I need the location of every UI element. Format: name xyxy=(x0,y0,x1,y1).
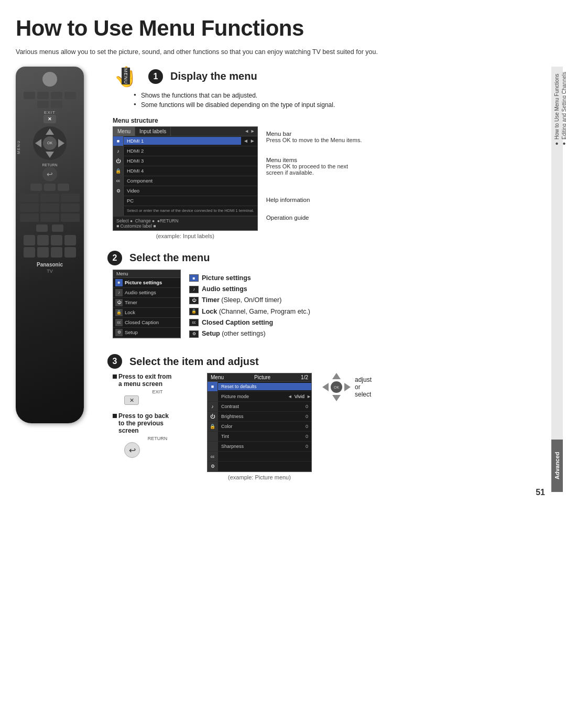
audio-icon: ♪ xyxy=(115,289,123,296)
hdmi3-row: ⏻ HDMI 3 xyxy=(113,156,257,166)
exit-key-btn[interactable]: ✕ xyxy=(124,395,139,405)
remote-btn-6[interactable] xyxy=(51,101,62,108)
mini-dpad-right[interactable] xyxy=(344,383,351,391)
picture-icon-row1: ■ xyxy=(113,136,124,146)
picture-menu-header-left: Menu xyxy=(211,374,224,380)
page-number: 51 xyxy=(536,488,545,497)
square-bullet-2 xyxy=(113,414,117,418)
adjust-labels: adjust or select xyxy=(355,376,372,398)
return-key-area: RETURN ↩ xyxy=(118,436,197,458)
step2-menu-box: Menu ■ Picture settings ♪ Audio settings… xyxy=(113,270,181,340)
picture-menu-header-center: Picture xyxy=(254,374,270,380)
ok-button[interactable]: OK xyxy=(43,136,57,150)
picture-mode-arrow-left: ◄ xyxy=(288,394,292,399)
step2-title: Select the menu xyxy=(129,252,210,264)
remote-extra-btn-1[interactable] xyxy=(36,224,48,232)
remote-btn-1[interactable] xyxy=(24,92,35,99)
remote-mid-btn-1[interactable] xyxy=(30,184,42,191)
remote-btn-2[interactable] xyxy=(37,92,49,99)
remote-num-6[interactable] xyxy=(61,204,80,212)
remote-tall-1[interactable] xyxy=(24,235,35,245)
dpad-left[interactable] xyxy=(35,139,41,147)
remote-mid-btn-3[interactable] xyxy=(58,184,69,191)
remote-tall-6[interactable] xyxy=(37,247,49,258)
menu-list-header: Menu xyxy=(113,270,180,278)
remote-num-5[interactable] xyxy=(40,204,59,212)
exit-key-area: EXIT ✕ xyxy=(118,389,197,405)
color-row: 🔒 Color 0 xyxy=(208,422,311,432)
mini-dpad-up[interactable] xyxy=(332,373,341,379)
setup-icon-row6: ⚙ xyxy=(113,186,124,196)
remote-tall-4[interactable] xyxy=(64,235,76,245)
return-key-btn[interactable]: ↩ xyxy=(124,442,140,458)
lock-icon: 🔒 xyxy=(115,309,123,316)
brand-logo: Panasonic xyxy=(20,262,80,267)
menu-structure-label: Menu structure xyxy=(113,117,545,124)
remote-num-1[interactable] xyxy=(20,194,39,202)
dpad-up[interactable] xyxy=(46,129,54,135)
menu-item-desc-4: 🔒 Lock (Channel, Game, Program etc.) xyxy=(189,306,310,317)
menu-list-item-2: ♪ Audio settings xyxy=(113,288,180,298)
lock-icon-row4: 🔒 xyxy=(113,166,124,176)
tint-label: Tint xyxy=(218,433,302,440)
dpad-right[interactable] xyxy=(58,139,64,147)
remote-num-9[interactable] xyxy=(61,213,80,222)
operation-guide-text: Operation guide xyxy=(266,215,362,221)
setup-icon: ⚙ xyxy=(115,329,123,336)
mini-dpad-down[interactable] xyxy=(332,395,341,401)
remote-num-8[interactable] xyxy=(40,213,59,222)
cc-icon: cc xyxy=(115,319,123,326)
audio-icon-row2: ♪ xyxy=(113,146,124,156)
step3-title: Select the item and adjust xyxy=(129,356,259,368)
remote-btn-5[interactable] xyxy=(37,101,49,108)
cc-row-pic: cc xyxy=(208,452,311,462)
sidebar-text2: ● Editing and Setting Channels xyxy=(561,72,566,147)
menu-footer-customize: ■ Customize label ■ xyxy=(116,223,254,229)
remote-num-4[interactable] xyxy=(20,204,39,212)
mini-ok-btn[interactable]: OK xyxy=(331,381,342,393)
menu-item-audio: Audio settings xyxy=(125,290,156,295)
press-exit-sub: a menu screen xyxy=(118,380,197,388)
exit-area: EXIT ✕ xyxy=(20,110,80,123)
menu-footer-controls: Select ● Change ● ●RETURN xyxy=(116,218,254,223)
tint-value: 0 xyxy=(302,433,311,440)
cc-label-pic xyxy=(218,455,311,457)
remote-num-2[interactable] xyxy=(40,194,59,202)
sharpness-label: Sharpness xyxy=(218,443,302,450)
return-button[interactable]: ↩ xyxy=(42,167,57,181)
remote-tall-2[interactable] xyxy=(37,235,49,245)
setup-box-icon: ⚙ xyxy=(189,330,199,338)
dpad[interactable]: OK xyxy=(33,126,67,160)
exit-button[interactable]: ✕ xyxy=(43,115,56,123)
remote-btn-4[interactable] xyxy=(64,92,76,99)
page-title: How to Use Menu Functions xyxy=(16,16,545,41)
dpad-down[interactable] xyxy=(46,152,54,158)
step1-example-caption: (example: Input labels) xyxy=(113,233,258,239)
remote-num-3[interactable] xyxy=(61,194,80,202)
remote-tall-8[interactable] xyxy=(64,247,76,258)
remote-mid-btn-2[interactable] xyxy=(44,184,56,191)
audio-box-icon: ♪ xyxy=(189,286,199,293)
menu-item-cc: Closed Caption xyxy=(125,319,159,325)
remote-extra-btn-2[interactable] xyxy=(52,224,63,232)
remote-tall-7[interactable] xyxy=(51,247,62,258)
remote-tall-3[interactable] xyxy=(51,235,62,245)
remote-num-7[interactable] xyxy=(20,213,39,222)
menu-item-desc-2: ♪ Audio settings xyxy=(189,284,310,295)
contrast-label: Contrast xyxy=(218,403,302,410)
step3-section: 3 Select the item and adjust Press to ex… xyxy=(107,354,545,480)
remote-tall-5[interactable] xyxy=(24,247,35,258)
picture-menu-icon-2 xyxy=(208,392,218,401)
menu-item-setup: Setup xyxy=(125,329,138,335)
picture-mode-label: Picture mode xyxy=(218,393,288,400)
contrast-row: ♪ Contrast 0 xyxy=(208,402,311,412)
mini-dpad-left[interactable] xyxy=(322,383,329,391)
menu-item-desc-6: ⚙ Setup (other settings) xyxy=(189,328,310,339)
lock-box-icon: 🔒 xyxy=(189,308,199,315)
remote-btn-3[interactable] xyxy=(51,92,62,99)
picture-menu-container: Menu Picture 1/2 ■ Reset to defaults xyxy=(207,373,312,480)
setup-help-text: Select or enter the name of the device c… xyxy=(124,207,257,214)
timer-icon-row3: ⏻ xyxy=(113,156,124,166)
press-back-item: Press to go back to the previous screen … xyxy=(113,412,197,458)
menu-bar-sub-text: Press OK to move to the Menu items. xyxy=(266,137,362,143)
